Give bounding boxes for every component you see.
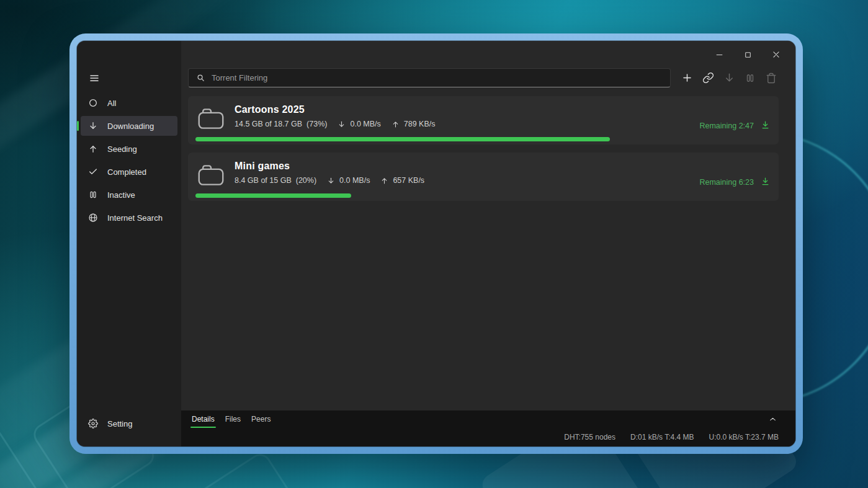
search-box — [188, 68, 671, 87]
download-action-icon[interactable] — [761, 177, 770, 186]
progress-bar — [195, 193, 771, 198]
folder-icon — [197, 163, 225, 188]
minimize-icon — [715, 51, 723, 59]
sidebar-item-seeding[interactable]: Seeding — [81, 139, 177, 159]
sidebar-item-label: Downloading — [107, 122, 154, 131]
sidebar-item-all[interactable]: All — [81, 93, 177, 113]
globe-icon — [88, 213, 98, 223]
torrent-stats: 8.4 GB of 15 GB (20%) 0.0 MB/s 657 KB/s — [235, 176, 424, 185]
torrent-percent: (73%) — [306, 120, 327, 128]
upload-speed: 789 KB/s — [404, 120, 436, 128]
torrent-percent: (20%) — [296, 176, 316, 185]
keyboard-key: B — [186, 450, 314, 488]
folder-icon — [197, 107, 225, 131]
progress-fill — [195, 193, 351, 198]
remaining-label: Remaining 6:23 — [699, 178, 754, 187]
progress-fill — [195, 137, 610, 141]
sidebar-item-internet-search[interactable]: Internet Search — [81, 208, 177, 228]
sidebar-footer: Setting — [81, 414, 177, 437]
window-controls — [711, 47, 784, 62]
pause-button[interactable] — [741, 69, 759, 87]
download-action-icon[interactable] — [761, 120, 770, 130]
sidebar-item-completed[interactable]: Completed — [81, 162, 177, 182]
bottom-panel: Details Files Peers DHT:755 nodes D:01 k… — [181, 410, 795, 446]
sidebar-item-label: Completed — [107, 167, 146, 177]
main-content: Cartoons 2025 14.5 GB of 18.7 GB (73%) 0… — [181, 41, 795, 446]
status-download: D:01 kB/s T:4.4 MB — [630, 433, 694, 441]
hamburger-menu-button[interactable] — [87, 71, 102, 86]
sidebar-item-downloading[interactable]: Downloading — [81, 116, 177, 136]
download-speed-icon — [327, 177, 335, 185]
torrent-name: Cartoons 2025 — [235, 104, 305, 115]
check-icon — [88, 167, 98, 177]
torrent-filter-input[interactable] — [212, 73, 663, 82]
panel-expand-button[interactable] — [769, 415, 777, 424]
sidebar-item-label: Setting — [107, 419, 132, 428]
torrent-size: 14.5 GB of 18.7 GB — [235, 120, 302, 128]
download-speed-icon — [338, 120, 346, 128]
link-icon — [702, 72, 714, 84]
torrent-row[interactable]: Cartoons 2025 14.5 GB of 18.7 GB (73%) 0… — [188, 96, 779, 144]
upload-speed-icon — [391, 120, 400, 128]
torrent-row[interactable]: Mini games 8.4 GB of 15 GB (20%) 0.0 MB/… — [188, 153, 779, 201]
tab-details[interactable]: Details — [190, 415, 216, 428]
app-window-frame: All Downloading Seeding — [69, 33, 803, 454]
search-icon — [196, 73, 205, 82]
sidebar-nav: All Downloading Seeding — [81, 93, 177, 231]
download-arrow-icon — [88, 121, 98, 131]
download-arrow-icon — [723, 72, 735, 84]
resume-button[interactable] — [720, 69, 738, 87]
torrent-size: 8.4 GB of 15 GB — [235, 176, 292, 185]
download-speed: 0.0 MB/s — [350, 120, 380, 128]
circle-icon — [88, 98, 98, 108]
remaining-label: Remaining 2:47 — [699, 122, 754, 130]
status-dht: DHT:755 nodes — [564, 433, 615, 441]
add-link-button[interactable] — [699, 69, 717, 87]
tab-files[interactable]: Files — [224, 415, 242, 428]
sidebar-item-setting[interactable]: Setting — [81, 414, 177, 433]
maximize-button[interactable] — [740, 47, 756, 62]
status-upload: U:0.0 kB/s T:23.7 MB — [709, 433, 779, 441]
maximize-icon — [744, 51, 752, 59]
bottom-panel-tabs: Details Files Peers — [190, 415, 272, 428]
selection-accent-pill — [77, 121, 79, 131]
minimize-button[interactable] — [711, 47, 727, 62]
close-button[interactable] — [768, 47, 784, 62]
hamburger-icon — [89, 73, 100, 84]
plus-icon — [681, 72, 693, 84]
sidebar: All Downloading Seeding — [77, 41, 181, 446]
torrent-name: Mini games — [235, 161, 290, 172]
torrent-app-window: All Downloading Seeding — [77, 41, 795, 446]
pause-icon — [88, 190, 98, 200]
sidebar-item-label: Inactive — [107, 190, 135, 200]
toolbar — [678, 68, 780, 87]
progress-bar — [195, 137, 771, 141]
delete-button[interactable] — [763, 69, 780, 87]
pause-icon — [745, 73, 756, 84]
download-speed: 0.0 MB/s — [339, 176, 370, 185]
gear-icon — [88, 419, 98, 428]
close-icon — [772, 50, 781, 59]
sidebar-item-label: Internet Search — [107, 213, 163, 223]
tab-peers[interactable]: Peers — [250, 415, 272, 428]
upload-speed: 657 KB/s — [393, 176, 424, 185]
status-bar: DHT:755 nodes D:01 kB/s T:4.4 MB U:0.0 k… — [564, 433, 779, 441]
sidebar-item-label: Seeding — [107, 144, 137, 154]
upload-arrow-icon — [88, 144, 98, 154]
sidebar-item-inactive[interactable]: Inactive — [81, 185, 177, 205]
upload-speed-icon — [380, 177, 388, 185]
torrent-stats: 14.5 GB of 18.7 GB (73%) 0.0 MB/s 789 KB… — [235, 120, 436, 128]
trash-icon — [766, 73, 777, 84]
sidebar-item-label: All — [107, 99, 116, 108]
add-torrent-button[interactable] — [678, 69, 696, 87]
